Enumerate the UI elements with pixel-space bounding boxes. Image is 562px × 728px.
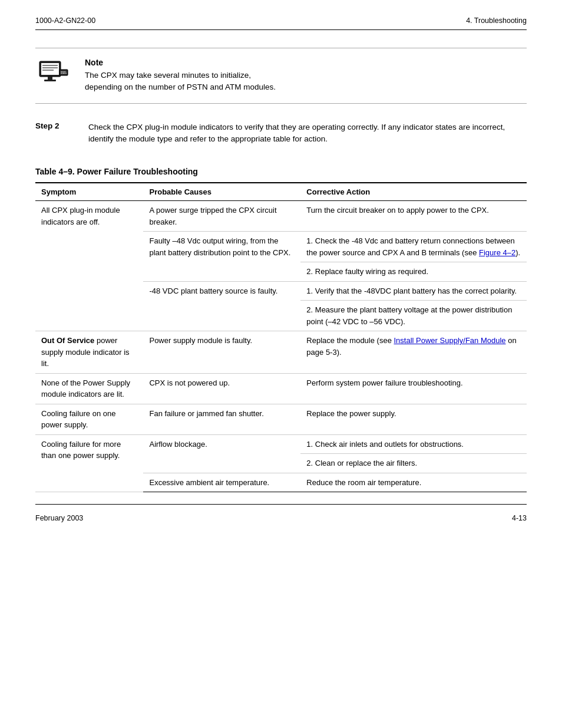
table-row: Cooling failure for more than one power …: [35, 434, 527, 454]
figure-link[interactable]: Figure 4–2: [479, 248, 515, 257]
cell-action: Perform system power failure troubleshoo…: [300, 373, 527, 404]
note-content: Note The CPX may take several minutes to…: [85, 58, 276, 94]
step-text: Check the CPX plug-in module indicators …: [88, 121, 527, 146]
svg-rect-5: [48, 77, 52, 80]
cell-symptom: Cooling failure for more than one power …: [35, 434, 143, 492]
page-footer: February 2003 4-13: [35, 504, 527, 528]
footer-date: February 2003: [35, 514, 83, 522]
cell-cause: CPX is not powered up.: [143, 373, 300, 404]
cell-symptom: All CPX plug-in module indicators are of…: [35, 201, 143, 331]
action-link[interactable]: Install Power Supply/Fan Module: [394, 336, 506, 345]
cell-action: 1. Check air inlets and outlets for obst…: [300, 434, 527, 454]
header-doc-id: 1000-A2-GN22-00: [35, 17, 95, 25]
cell-symptom: Out Of Service power supply module indic…: [35, 331, 143, 374]
cell-cause: Airflow blockage.: [143, 434, 300, 473]
svg-rect-6: [44, 80, 56, 81]
table-row: All CPX plug-in module indicators are of…: [35, 201, 527, 232]
svg-rect-13: [62, 73, 65, 74]
cell-action: Replace the power supply.: [300, 404, 527, 434]
table-header-row: Symptom Probable Causes Corrective Actio…: [35, 183, 527, 201]
table-row: Cooling failure on one power supply.Fan …: [35, 404, 527, 434]
note-box: Note The CPX may take several minutes to…: [35, 48, 527, 104]
cell-cause: Fan failure or jammed fan shutter.: [143, 404, 300, 434]
svg-rect-12: [61, 73, 62, 74]
cell-symptom: None of the Power Supply module indicato…: [35, 373, 143, 404]
cell-action: Reduce the room air temperature.: [300, 473, 527, 492]
step-section: Step 2 Check the CPX plug-in module indi…: [35, 121, 527, 146]
cell-action: Replace the module (see Install Power Su…: [300, 331, 527, 374]
page: 1000-A2-GN22-00 4. Troubleshooting: [0, 0, 562, 728]
troubleshooting-table: Symptom Probable Causes Corrective Actio…: [35, 182, 527, 492]
svg-rect-14: [65, 73, 67, 74]
col-header-action: Corrective Action: [300, 183, 527, 201]
cell-action: 1. Verify that the -48VDC plant battery …: [300, 281, 527, 301]
cell-action: Turn the circuit breaker on to apply pow…: [300, 201, 527, 232]
footer-page: 4-13: [512, 514, 527, 522]
cell-cause: Faulty –48 Vdc output wiring, from the p…: [143, 232, 300, 282]
svg-rect-8: [61, 71, 67, 74]
cell-action: 2. Measure the plant battery voltage at …: [300, 301, 527, 331]
table-title: Table 4–9. Power Failure Troubleshooting: [35, 167, 527, 176]
cell-cause: Power supply module is faulty.: [143, 331, 300, 374]
svg-rect-10: [62, 71, 64, 73]
table-row: Out Of Service power supply module indic…: [35, 331, 527, 374]
page-header: 1000-A2-GN22-00 4. Troubleshooting: [35, 0, 527, 30]
note-title: Note: [85, 58, 276, 67]
step-label: Step 2: [35, 121, 77, 130]
svg-rect-1: [41, 63, 59, 75]
note-icon: [35, 59, 71, 87]
note-text: The CPX may take several minutes to init…: [85, 70, 276, 94]
cell-action: 2. Clean or replace the air filters.: [300, 454, 527, 473]
cell-action: 1. Check the -48 Vdc and battery return …: [300, 232, 527, 262]
table-row: None of the Power Supply module indicato…: [35, 373, 527, 404]
svg-rect-11: [64, 71, 65, 73]
cell-cause: A power surge tripped the CPX circuit br…: [143, 201, 300, 232]
cell-cause: -48 VDC plant battery source is faulty.: [143, 281, 300, 331]
cell-symptom: Cooling failure on one power supply.: [35, 404, 143, 434]
svg-rect-9: [61, 71, 62, 73]
cell-cause: Excessive ambient air temperature.: [143, 473, 300, 492]
header-section: 4. Troubleshooting: [466, 17, 527, 25]
col-header-symptom: Symptom: [35, 183, 143, 201]
col-header-cause: Probable Causes: [143, 183, 300, 201]
cell-action: 2. Replace faulty wiring as required.: [300, 262, 527, 282]
